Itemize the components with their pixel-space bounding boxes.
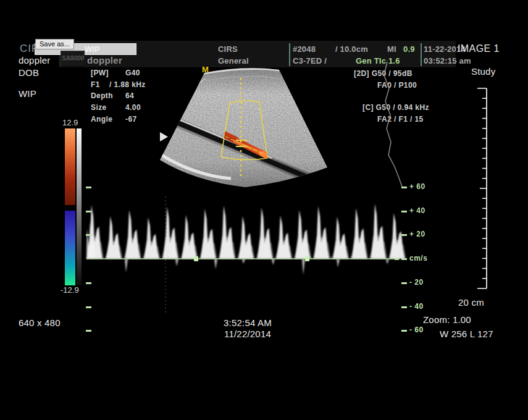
timestamp: 3:52:54 AM 11/22/2014: [213, 317, 282, 340]
velocity-tick: [86, 187, 91, 188]
footer-date: 11/22/2014: [213, 329, 282, 340]
tgc-curve[interactable]: [384, 62, 402, 187]
ruler-label: 20 cm: [458, 297, 484, 308]
velocity-tick: [401, 282, 407, 284]
velocity-scale-label: - 60: [409, 326, 424, 334]
velocity-tick: [395, 258, 399, 260]
zoom-readout: Zoom: 1.00: [423, 314, 471, 325]
pointer-arrow-icon[interactable]: [160, 132, 168, 141]
velocity-tick: [86, 211, 91, 212]
velocity-scale-label: cm/s: [409, 254, 427, 262]
velocity-scale-label: - 40: [409, 302, 424, 311]
velocity-scale-label: - 20: [409, 278, 424, 287]
velocity-tick: [86, 330, 91, 332]
window-level-readout: W 256 L 127: [440, 329, 493, 339]
ultrasound-screen: CIRS WIP Save as... doppler DOB WIP SA80…: [0, 0, 528, 420]
depth-ruler: [477, 88, 487, 288]
footer-time: 3:52:54 AM: [213, 317, 282, 329]
spectral-waveform: [86, 204, 406, 275]
velocity-scale-label: + 20: [409, 230, 425, 238]
resolution-label: 640 x 480: [19, 317, 61, 328]
ultrasound-graphics: [0, 0, 528, 420]
velocity-tick: [401, 211, 407, 212]
velocity-tick: [401, 306, 407, 308]
velocity-scale-label: + 60: [409, 182, 425, 191]
velocity-scale-label: + 40: [409, 206, 425, 215]
velocity-tick: [401, 258, 407, 260]
velocity-tick: [86, 306, 91, 308]
b-mode-sector: [156, 62, 332, 190]
velocity-tick: [401, 234, 407, 236]
velocity-tick: [401, 187, 407, 188]
velocity-tick: [86, 282, 91, 284]
velocity-tick: [401, 330, 407, 332]
velocity-tick: [86, 234, 91, 236]
